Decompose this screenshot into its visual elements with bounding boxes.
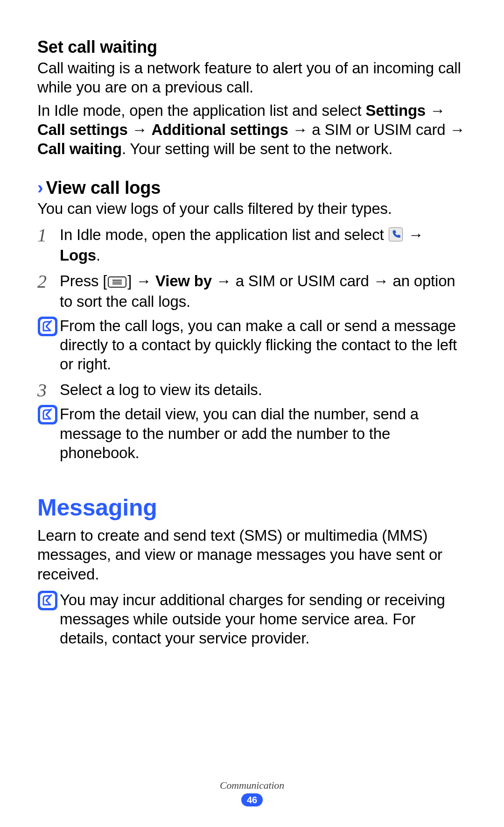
paragraph: You can view logs of your calls filtered… (37, 199, 467, 218)
step-number: 3 (37, 380, 60, 400)
note-icon (37, 404, 60, 462)
paragraph: Learn to create and send text (SMS) or m… (37, 526, 467, 584)
text: In Idle mode, open the application list … (37, 102, 365, 119)
paragraph: In Idle mode, open the application list … (37, 101, 467, 159)
text: → (404, 226, 423, 243)
step-body: In Idle mode, open the application list … (60, 225, 467, 265)
step-body: Select a log to view its details. (60, 380, 467, 400)
text: ] → (127, 272, 155, 290)
footer-chapter: Communication (0, 779, 504, 792)
heading-text: View call logs (46, 178, 161, 198)
bold-additional-settings: Additional settings (151, 121, 288, 138)
page-footer: Communication 46 (0, 779, 504, 806)
step-body: Press [] → View by → a SIM or USIM card … (60, 271, 467, 311)
step-number: 2 (37, 271, 60, 311)
page-root: Set call waiting Call waiting is a netwo… (0, 0, 504, 827)
note-block: You may incur additional charges for sen… (37, 590, 467, 648)
step-2: 2 Press [] → View by → a SIM or USIM car… (37, 271, 467, 311)
note-block: From the call logs, you can make a call … (37, 316, 467, 374)
heading-view-call-logs: › View call logs (37, 178, 467, 198)
note-text: From the detail view, you can dial the n… (60, 404, 467, 462)
heading-set-call-waiting: Set call waiting (37, 36, 467, 57)
note-block: From the detail view, you can dial the n… (37, 404, 467, 462)
phone-app-icon (389, 226, 403, 246)
note-text: From the call logs, you can make a call … (60, 316, 467, 374)
page-number-badge: 46 (241, 793, 263, 806)
step-3: 3 Select a log to view its details. (37, 380, 467, 400)
text: . (96, 247, 100, 264)
step-1: 1 In Idle mode, open the application lis… (37, 225, 467, 265)
heading-messaging: Messaging (37, 494, 467, 521)
chevron-icon: › (37, 179, 43, 197)
step-number: 1 (37, 225, 60, 265)
text: . Your setting will be sent to the netwo… (122, 140, 392, 157)
bold-view-by: View by (155, 272, 212, 290)
text: → (128, 121, 152, 138)
menu-button-icon (108, 273, 126, 292)
note-text: You may incur additional charges for sen… (60, 590, 467, 648)
text: In Idle mode, open the application list … (60, 226, 388, 243)
note-icon (37, 590, 60, 648)
text: → (426, 102, 445, 119)
text: Press [ (60, 272, 107, 290)
bold-logs: Logs (60, 247, 96, 264)
paragraph: Call waiting is a network feature to ale… (37, 58, 467, 97)
note-icon (37, 316, 60, 374)
bold-settings: Settings (365, 102, 426, 119)
text: → a SIM or USIM card → (288, 121, 465, 138)
bold-call-waiting: Call waiting (37, 140, 122, 157)
bold-call-settings: Call settings (37, 121, 128, 138)
